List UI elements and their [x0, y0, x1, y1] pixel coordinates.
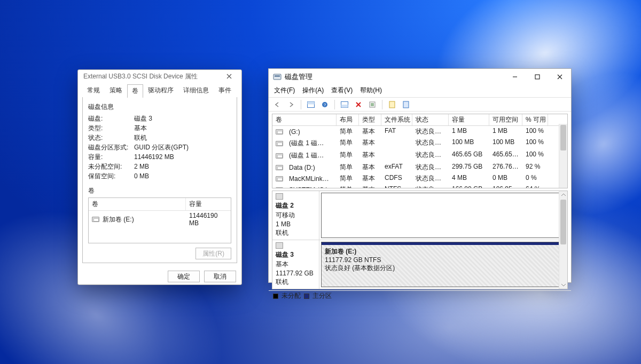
close-button[interactable] — [549, 69, 571, 85]
volumes-list[interactable]: 卷 容量 新加卷 (E:) 11446190 MB — [88, 197, 231, 243]
menu-action[interactable]: 操作(A) — [302, 86, 324, 95]
tab-details[interactable]: 详细信息 — [178, 84, 214, 97]
cell-layout: 简单 — [337, 150, 359, 161]
row-unallocated: 未分配空间:2 MB — [88, 162, 231, 171]
drive-icon — [92, 217, 99, 222]
col-type[interactable]: 类型 — [359, 114, 381, 125]
row-disk: 磁盘:磁盘 3 — [88, 114, 231, 123]
cancel-button[interactable]: 取消 — [204, 271, 236, 282]
legend-unallocated: 未分配 — [282, 291, 301, 300]
volume-properties-button[interactable]: 属性(R) — [196, 248, 231, 259]
cell-fs — [381, 138, 412, 149]
cell-pct: 100 % — [522, 150, 548, 161]
tab-general[interactable]: 常规 — [82, 84, 105, 97]
volume-list[interactable]: 卷 布局 类型 文件系统 状态 容量 可用空间 % 可用 (G:)简单基本FAT… — [272, 114, 568, 188]
graph-scrollbar[interactable] — [559, 191, 567, 289]
menu-view[interactable]: 查看(V) — [331, 86, 353, 95]
cell-fs: FAT — [381, 126, 412, 137]
partition-status: 状态良好 (基本数据分区) — [325, 264, 562, 273]
col-pct[interactable]: % 可用 — [522, 114, 548, 125]
cell-layout: 简单 — [337, 126, 359, 137]
col-cap[interactable]: 容量 — [449, 114, 489, 125]
disk-2-line3: 联机 — [276, 228, 316, 238]
col-volume[interactable]: 卷 — [89, 198, 186, 210]
cell-pct: 64 % — [522, 185, 548, 188]
rescan-button[interactable] — [339, 99, 350, 110]
cell-cap: 299.75 GB — [449, 162, 489, 172]
cell-status: 状态良好 ( ... — [412, 185, 449, 188]
disk-2-bar[interactable]: 磁盘 2 可移动 1 MB 联机 — [272, 191, 567, 240]
cell-status: 状态良好 ( ... — [412, 162, 449, 172]
swatch-unallocated-icon — [273, 294, 278, 299]
scroll-up-icon — [559, 191, 568, 199]
minimize-button[interactable] — [504, 69, 526, 85]
list-row[interactable]: Data (D:)简单基本exFAT状态良好 ( ...299.75 GB276… — [272, 162, 567, 173]
sheet-blue-icon — [403, 101, 409, 108]
close-icon — [557, 74, 562, 80]
list-row[interactable]: (G:)简单基本FAT状态良好 ( ...1 MB1 MB100 % — [272, 126, 567, 137]
svg-rect-2 — [535, 75, 540, 79]
svg-rect-4 — [308, 101, 315, 104]
minimize-icon — [512, 74, 518, 80]
list-row[interactable]: (磁盘 1 磁盘分区 3)简单基本状态良好 ( ...465.65 GB465.… — [272, 149, 567, 162]
delete-button[interactable] — [353, 99, 364, 110]
properties-button[interactable] — [367, 99, 378, 110]
maximize-button[interactable] — [526, 69, 549, 85]
split-pane-icon — [341, 101, 348, 108]
cell-vol: MacKMLink (F:) — [286, 175, 333, 183]
forward-button[interactable] — [286, 99, 296, 110]
col-vol[interactable]: 卷 — [272, 114, 337, 125]
x-red-icon — [355, 101, 362, 108]
back-button[interactable] — [272, 99, 283, 110]
tab-policies[interactable]: 策略 — [105, 84, 127, 97]
menu-help[interactable]: 帮助(H) — [360, 86, 382, 95]
volume-row[interactable]: 新加卷 (E:) 11446190 MB — [89, 211, 231, 228]
cell-layout: 简单 — [337, 173, 359, 184]
col-capacity[interactable]: 容量 — [186, 198, 231, 210]
list-scrollbar[interactable] — [559, 124, 567, 188]
scroll-down-icon — [559, 281, 568, 289]
cell-cap: 166.00 GB — [449, 185, 489, 188]
new-volume-button[interactable] — [387, 99, 397, 110]
tab-page-volumes: 磁盘信息 磁盘:磁盘 3 类型:基本 状态:联机 磁盘分区形式:GUID 分区表… — [82, 97, 237, 263]
cell-vol: (G:) — [286, 128, 303, 136]
menubar: 文件(F) 操作(A) 查看(V) 帮助(H) — [269, 85, 571, 98]
attach-vhd-button[interactable] — [401, 99, 411, 110]
disk-icon — [276, 242, 283, 249]
disk-3-bar[interactable]: 磁盘 3 基本 11177.92 GB 联机 新加卷 (E:) 11177.92… — [272, 240, 567, 289]
list-row[interactable]: SYSTEM (C:)简单基本NTFS状态良好 ( ...166.00 GB10… — [272, 184, 567, 188]
svg-rect-10 — [389, 101, 395, 108]
col-layout[interactable]: 布局 — [337, 114, 359, 125]
close-button[interactable] — [219, 70, 239, 83]
list-row[interactable]: MacKMLink (F:)简单基本CDFS状态良好 ( ...4 MB0 MB… — [272, 173, 567, 184]
cell-pct: 92 % — [522, 162, 548, 172]
refresh-button[interactable] — [306, 99, 316, 110]
swatch-primary-icon — [304, 294, 309, 299]
disk-2-partition[interactable] — [321, 193, 566, 238]
tab-events[interactable]: 事件 — [214, 84, 236, 97]
col-free[interactable]: 可用空间 — [489, 114, 522, 125]
drive-icon — [276, 165, 283, 170]
list-row[interactable]: (磁盘 1 磁盘分区 1)简单基本状态良好 ( ...100 MB100 MB1… — [272, 137, 567, 149]
cell-status: 状态良好 ( ... — [412, 126, 449, 137]
cell-type: 基本 — [359, 162, 381, 172]
cell-status: 状态良好 ( ... — [412, 173, 449, 184]
tab-volumes[interactable]: 卷 — [127, 84, 143, 98]
col-fs[interactable]: 文件系统 — [381, 114, 412, 125]
disk-2-line2: 1 MB — [276, 220, 316, 228]
help-button[interactable]: ? — [319, 99, 330, 110]
cell-free: 1 MB — [489, 126, 522, 137]
tabs: 常规 策略 卷 驱动程序 详细信息 事件 — [78, 84, 241, 97]
disk-icon — [276, 193, 283, 200]
row-capacity: 容量:11446192 MB — [88, 152, 231, 162]
svg-rect-1 — [275, 75, 280, 77]
col-status[interactable]: 状态 — [412, 114, 449, 125]
tab-driver[interactable]: 驱动程序 — [143, 84, 178, 97]
cell-cap: 465.65 GB — [449, 150, 489, 161]
cell-pct: 0 % — [522, 173, 548, 184]
disk-3-partition[interactable]: 新加卷 (E:) 11177.92 GB NTFS 状态良好 (基本数据分区) — [321, 242, 566, 287]
split-pane-icon — [307, 101, 315, 108]
menu-file[interactable]: 文件(F) — [274, 86, 295, 95]
ok-button[interactable]: 确定 — [168, 271, 200, 282]
cell-vol: Data (D:) — [286, 163, 318, 172]
